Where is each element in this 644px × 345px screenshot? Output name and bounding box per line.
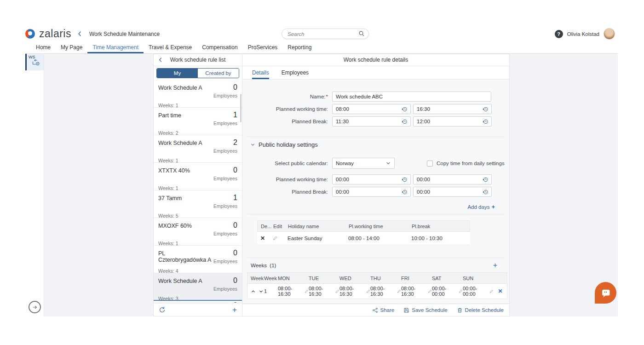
public-calendar-select[interactable]: Norway <box>332 158 395 169</box>
working-time-to-input[interactable]: 16:30 <box>413 104 492 114</box>
edit-sun-icon[interactable] <box>489 289 494 293</box>
time-picker-icon[interactable] <box>483 177 489 183</box>
break-from-input[interactable]: 11:30 <box>332 116 411 126</box>
working-time-from-input[interactable]: 08:00 <box>332 104 411 114</box>
col-fri: FRI <box>401 276 432 281</box>
time-picker-icon[interactable] <box>483 106 489 112</box>
nav-item-reporting[interactable]: Reporting <box>282 41 316 53</box>
required-mark: * <box>326 94 328 99</box>
save-schedule-button[interactable]: Save Schedule <box>403 307 447 313</box>
search-icon[interactable] <box>358 30 365 37</box>
refresh-icon[interactable] <box>159 306 166 313</box>
list-item-partial[interactable]: 0 <box>154 301 242 303</box>
edit-tue-icon[interactable] <box>335 289 339 293</box>
edit-wed-icon[interactable] <box>366 289 370 293</box>
add-schedule-button[interactable]: + <box>232 306 237 313</box>
left-rail: WS <box>25 54 44 316</box>
list-item[interactable]: Part time 1 Employees Weeks: 2 <box>154 108 242 135</box>
move-week-down-icon[interactable] <box>259 289 264 294</box>
add-week-button[interactable]: + <box>493 261 497 270</box>
avatar[interactable] <box>604 28 615 40</box>
collapse-list-icon[interactable] <box>157 57 164 63</box>
delete-schedule-button[interactable]: Delete Schedule <box>457 307 504 313</box>
edit-holiday-icon[interactable] <box>273 236 278 241</box>
employees-label: Employees <box>213 286 237 292</box>
weeks-count: (1) <box>270 263 276 268</box>
copy-time-checkbox[interactable] <box>427 161 433 167</box>
list-item[interactable]: MXOXF 60% 0 Employees Weeks: 1 <box>154 218 242 246</box>
share-button[interactable]: Share <box>372 307 395 313</box>
time-picker-icon[interactable] <box>402 106 408 112</box>
chevron-down-icon <box>385 161 391 166</box>
list-item[interactable]: Work Schedule A 2 Employees Weeks: 1 <box>154 135 242 163</box>
delete-holiday-icon[interactable]: ✕ <box>260 235 265 242</box>
tab-employees[interactable]: Employees <box>282 66 309 79</box>
list-item[interactable]: XTXTX 40% 0 Employees Weeks: 1 <box>154 163 242 190</box>
holiday-working-to-input[interactable]: 00:00 <box>413 174 492 184</box>
col-break: Pl.break <box>412 224 470 229</box>
fri-time: 08:00-16:30 <box>401 286 426 297</box>
breadcrumb: Work Schedule Maintenance <box>89 31 160 37</box>
work-schedule-icon <box>32 59 40 66</box>
list-scrollbar[interactable] <box>240 94 242 122</box>
list-item[interactable]: PL Czterobrygadówka A 0 Employees Weeks:… <box>154 246 242 273</box>
holiday-working-cell: 08:00 - 14:00 <box>348 236 411 241</box>
search-input[interactable] <box>282 29 369 39</box>
time-picker-icon[interactable] <box>402 189 408 195</box>
time-picker-icon[interactable] <box>483 189 489 195</box>
copy-time-label: Copy time from daily settings <box>437 161 505 166</box>
edit-fri-icon[interactable] <box>428 289 432 293</box>
nav-item-my-page[interactable]: My Page <box>56 41 87 53</box>
list-item[interactable]: Work Schedule A 0 Employees Weeks: 1 <box>154 80 242 108</box>
expand-sidebar-button[interactable] <box>29 301 41 313</box>
holiday-break-from-input[interactable]: 00:00 <box>332 187 411 197</box>
name-field[interactable] <box>332 92 491 102</box>
add-days-button[interactable]: Add days+ <box>242 203 495 210</box>
weeks-section-header: Weeks (1) + <box>242 258 509 271</box>
holiday-working-from-input[interactable]: 00:00 <box>332 174 411 184</box>
chat-support-button[interactable] <box>595 282 616 304</box>
nav-item-travel-expense[interactable]: Travel & Expense <box>144 41 197 53</box>
edit-sat-icon[interactable] <box>459 289 463 293</box>
holiday-break-to-input[interactable]: 00:00 <box>413 187 492 197</box>
break-to-input[interactable]: 12:00 <box>413 116 492 126</box>
planned-working-time-label: Planned working time: <box>242 106 332 112</box>
tab-created-by-others[interactable]: Created by others <box>198 69 239 78</box>
schedule-list: Work Schedule A 0 Employees Weeks: 1 Par… <box>154 80 242 303</box>
nav-item-home[interactable]: Home <box>31 41 56 53</box>
employees-label: Employees <box>213 231 237 236</box>
main-nav: Home My Page Time Management Travel & Ex… <box>25 41 618 54</box>
planned-break-row: Planned Break: 11:30 12:00 <box>242 116 509 126</box>
rail-item-work-schedule[interactable]: WS <box>25 54 44 70</box>
holiday-table: De... Edit Holiday name Pl.working time … <box>257 220 470 245</box>
list-item-selected[interactable]: Work Schedule A 0 Employees Weeks: 3 <box>154 273 242 301</box>
time-picker-icon[interactable] <box>402 119 408 125</box>
col-delete: De... <box>258 224 272 229</box>
weeks-table-row: 1 08:00-16:30 08:00-16:30 08:00-16:30 08… <box>247 284 507 299</box>
move-week-up-icon[interactable] <box>251 289 256 294</box>
list-item[interactable]: 37 Tamm 1 Employees Weeks: 5 <box>154 190 242 218</box>
tab-my[interactable]: My <box>157 69 198 78</box>
list-panel-title: Work schedule rule list <box>154 54 242 66</box>
tab-details[interactable]: Details <box>252 66 269 79</box>
planned-break-label: Planned Break: <box>242 119 332 124</box>
nav-item-proservices[interactable]: ProServices <box>243 41 283 53</box>
work-schedule-rule-details-panel: Work schedule rule details Details Emplo… <box>242 54 510 316</box>
col-tue: TUE <box>309 276 339 281</box>
time-picker-icon[interactable] <box>402 177 408 183</box>
help-icon[interactable]: ? <box>555 30 563 38</box>
edit-mon-icon[interactable] <box>305 289 309 293</box>
weeks-label: Weeks: 4 <box>158 268 237 274</box>
delete-week-icon[interactable]: ✕ <box>494 288 507 294</box>
col-wed: WED <box>339 276 370 281</box>
nav-item-compensation[interactable]: Compensation <box>197 41 242 53</box>
edit-thu-icon[interactable] <box>397 289 401 293</box>
back-button[interactable] <box>76 30 83 37</box>
details-panel-title: Work schedule rule details <box>242 54 509 66</box>
employees-label: Employees <box>213 259 237 264</box>
nav-item-time-management[interactable]: Time Management <box>87 41 144 53</box>
time-picker-icon[interactable] <box>483 119 489 125</box>
public-holiday-section-header[interactable]: Public holiday settings <box>242 137 509 148</box>
employee-count: 0 <box>233 83 237 91</box>
holiday-working-label: Planned working time: <box>242 177 332 182</box>
